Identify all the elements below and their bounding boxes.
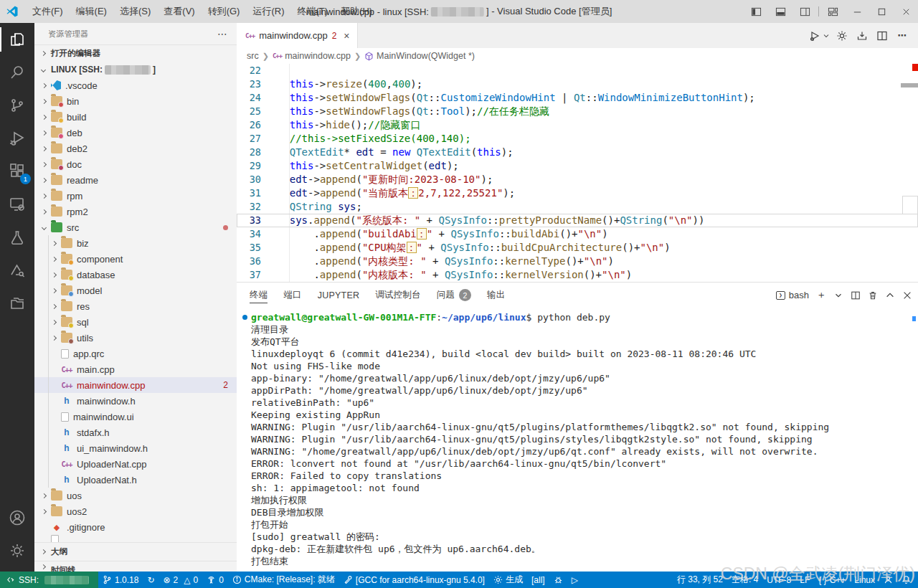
- tree-item-readme[interactable]: readme: [34, 172, 237, 188]
- indentation-status[interactable]: 空格: 4: [727, 572, 762, 588]
- tree-item-rpm2[interactable]: rpm2: [34, 204, 237, 219]
- command-decoration-dot[interactable]: [242, 315, 247, 320]
- source-control-icon[interactable]: [0, 89, 34, 122]
- tree-item-UploaderNat.h[interactable]: hUploaderNat.h: [34, 472, 237, 488]
- panel-tab-输出[interactable]: 输出: [487, 283, 505, 308]
- tree-item-ui_mainwindow.h[interactable]: hui_mainwindow.h: [34, 440, 237, 456]
- code-line-22[interactable]: 22: [237, 64, 918, 77]
- menu-item-3[interactable]: 查看(V): [157, 0, 201, 23]
- maximize-panel-icon[interactable]: [885, 290, 895, 300]
- code-line-30[interactable]: 30 edt->append("更新时间:2023-08-10");: [237, 173, 918, 186]
- tree-item-mainwindow.ui[interactable]: mainwindow.ui: [34, 409, 237, 425]
- testing-icon[interactable]: [0, 221, 34, 254]
- remote-indicator[interactable]: SSH:: [0, 572, 98, 588]
- toggle-sidebar-icon[interactable]: [744, 0, 768, 23]
- panel-tab-问题[interactable]: 问题2: [437, 283, 471, 308]
- tree-item-app.qrc[interactable]: app.qrc: [34, 346, 237, 361]
- breadcrumb-file[interactable]: mainwindow.cpp: [285, 51, 351, 61]
- tree-item-mainwindow.cpp[interactable]: C++mainwindow.cpp2: [34, 377, 237, 393]
- tree-item-uos[interactable]: uos: [34, 488, 237, 503]
- tree-item-component[interactable]: component: [34, 251, 237, 267]
- problems-status[interactable]: ⊗2 △0: [158, 572, 202, 588]
- code-line-34[interactable]: 34 .append("buildAbi：" + QSysInfo::build…: [237, 227, 918, 241]
- tree-item-build[interactable]: build: [34, 109, 237, 125]
- explorer-icon[interactable]: [0, 23, 34, 56]
- section-timeline[interactable]: 时间线: [34, 561, 237, 572]
- language-status[interactable]: { }C++: [814, 572, 850, 588]
- code-line-23[interactable]: 23 this->resize(400,400);: [237, 77, 918, 91]
- code-line-25[interactable]: 25 this->setWindowFlags(Qt::Tool);//在任务栏…: [237, 105, 918, 118]
- code-line-26[interactable]: 26 this->hide();//隐藏窗口: [237, 118, 918, 132]
- code-line-33[interactable]: 33 sys.append("系统版本: " + QSysInfo::prett…: [237, 214, 918, 227]
- tree-item-mainwindow.h[interactable]: hmainwindow.h: [34, 393, 237, 409]
- account-icon[interactable]: [0, 501, 34, 534]
- breadcrumb-symbol[interactable]: MainWindow(QWidget *): [377, 51, 475, 61]
- tree-item-.vscode[interactable]: .vscode: [34, 77, 237, 93]
- tree-item-bin[interactable]: bin: [34, 93, 237, 109]
- toggle-panel-icon[interactable]: [768, 0, 792, 23]
- cmake-run-button[interactable]: ▷: [567, 572, 582, 588]
- split-editor-icon[interactable]: [874, 27, 891, 44]
- tree-item-UploaderNat.cpp[interactable]: C++UploaderNat.cpp: [34, 456, 237, 472]
- panel-tab-端口[interactable]: 端口: [283, 283, 301, 308]
- tree-item-database[interactable]: database: [34, 267, 237, 283]
- ports-status[interactable]: 0: [202, 572, 228, 588]
- qt-tools-icon[interactable]: [0, 254, 34, 287]
- menu-item-4[interactable]: 转到(G): [202, 0, 247, 23]
- menu-item-0[interactable]: 文件(F): [26, 0, 70, 23]
- cmake-target[interactable]: [all]: [527, 572, 549, 588]
- tree-item-res[interactable]: res: [34, 298, 237, 314]
- code-line-35[interactable]: 35 .append("CPU构架：" + QSysInfo::buildCpu…: [237, 241, 918, 255]
- tree-item-utils[interactable]: utils: [34, 330, 237, 346]
- close-panel-icon[interactable]: [902, 290, 912, 300]
- project-manager-icon[interactable]: [0, 287, 34, 320]
- split-terminal-icon[interactable]: [851, 290, 861, 300]
- encoding-status[interactable]: UTF-8: [762, 572, 795, 588]
- tree-item-clipped[interactable]: [34, 535, 237, 542]
- tree-item-model[interactable]: model: [34, 283, 237, 298]
- tab-mainwindow-cpp[interactable]: C++ mainwindow.cpp 2 ×: [237, 23, 358, 48]
- eol-status[interactable]: LF: [795, 572, 814, 588]
- code-line-32[interactable]: 32 QString sys;: [237, 200, 918, 214]
- menu-item-5[interactable]: 运行(R): [246, 0, 290, 23]
- section-open-editors[interactable]: 打开的编辑器: [34, 44, 237, 62]
- terminal-dropdown-chevron-icon[interactable]: [833, 290, 843, 300]
- more-actions-icon[interactable]: ⋯: [894, 27, 911, 44]
- cmake-build-button[interactable]: 生成: [489, 572, 527, 588]
- debug-run-icon[interactable]: [806, 27, 823, 44]
- feedback-button[interactable]: [879, 572, 897, 588]
- close-icon[interactable]: [894, 0, 918, 23]
- minimize-icon[interactable]: [845, 0, 869, 23]
- code-line-24[interactable]: 24 this->setWindowFlags(Qt::CustomizeWin…: [237, 91, 918, 105]
- tree-item-uos2[interactable]: uos2: [34, 503, 237, 519]
- tree-item-stdafx.h[interactable]: hstdafx.h: [34, 425, 237, 440]
- terminal-output[interactable]: greatwall@greatwall-GW-001M1A-FTF:~/app/…: [237, 308, 918, 572]
- terminal-shell-select[interactable]: ❯ bash: [776, 290, 809, 300]
- tree-item-biz[interactable]: biz: [34, 235, 237, 251]
- customize-layout-icon[interactable]: [820, 0, 845, 23]
- remote-explorer-icon[interactable]: [0, 188, 34, 221]
- tree-item-deb[interactable]: deb: [34, 125, 237, 141]
- git-branch-status[interactable]: 1.0.18: [98, 572, 143, 588]
- tree-item-doc[interactable]: doc: [34, 156, 237, 172]
- code-line-27[interactable]: 27 //this->setFixedSize(400,140);: [237, 132, 918, 146]
- code-line-36[interactable]: 36 .append("内核类型: " + QSysInfo::kernelTy…: [237, 255, 918, 268]
- tree-item-src[interactable]: src: [34, 219, 237, 235]
- code-line-28[interactable]: 28 QTextEdit* edt = new QTextEdit(this);: [237, 146, 918, 159]
- toggle-secondary-sidebar-icon[interactable]: [792, 0, 817, 23]
- os-status[interactable]: Linux: [850, 572, 879, 588]
- maximize-icon[interactable]: [869, 0, 894, 23]
- new-terminal-icon[interactable]: ＋: [816, 289, 826, 302]
- run-dropdown-chevron-icon[interactable]: [822, 27, 831, 44]
- run-debug-icon[interactable]: [0, 122, 34, 155]
- code-line-37[interactable]: 37 .append("内核版本: " + QSysInfo::kernelVe…: [237, 268, 918, 282]
- menu-item-2[interactable]: 选择(S): [113, 0, 157, 23]
- tree-item-.gitignore[interactable]: ◆.gitignore: [34, 519, 237, 535]
- tree-item-main.cpp[interactable]: C++main.cpp: [34, 361, 237, 377]
- tree-item-deb2[interactable]: deb2: [34, 141, 237, 156]
- code-line-31[interactable]: 31 edt->append("当前版本：2,7,122,25521");: [237, 186, 918, 200]
- panel-tab-JUPYTER[interactable]: JUPYTER: [318, 283, 359, 308]
- tab-close-icon[interactable]: ×: [344, 30, 349, 42]
- panel-tab-终端[interactable]: 终端: [250, 283, 268, 308]
- kill-terminal-icon[interactable]: [868, 290, 878, 300]
